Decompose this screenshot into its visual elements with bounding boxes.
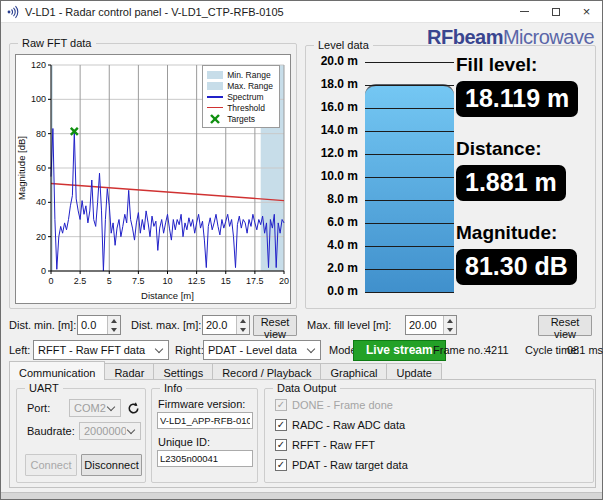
svg-text:0: 0 <box>48 276 53 286</box>
gauge-scale-line <box>365 292 454 293</box>
legend-label: Spectrum <box>227 92 263 102</box>
dist-max-spinner[interactable]: 20.0 <box>202 315 250 335</box>
unique-id-field[interactable] <box>157 450 253 467</box>
chevron-down-icon <box>155 344 163 352</box>
level-gauge: 20.0 m18.0 m16.0 m14.0 m12.0 m10.0 m8.0 … <box>312 52 460 302</box>
checkbox-pdat[interactable]: ✓PDAT - Raw target data <box>275 459 408 471</box>
legend-label: Threshold <box>227 103 265 113</box>
fft-chart[interactable]: 02040608010012002.557.51012.51517.520Dis… <box>15 54 291 304</box>
gauge-scale-label: 8.0 m <box>312 193 358 206</box>
fft-reset-view-button[interactable]: Reset view <box>253 315 297 336</box>
gauge-scale-label: 6.0 m <box>312 216 358 229</box>
level-readouts: Fill level: 18.119 m Distance: 1.881 m M… <box>456 48 592 285</box>
view-bar: Left: RFFT - Raw FFT data Right: PDAT - … <box>1 340 602 362</box>
level-data-panel: Level data 20.0 m18.0 m16.0 m14.0 m12.0 … <box>305 45 596 309</box>
legend-swatch <box>207 92 223 101</box>
data-output-group-title: Data Output <box>273 381 340 395</box>
checkbox-label: DONE - Frame done <box>292 399 393 411</box>
maximize-button[interactable] <box>540 1 571 22</box>
svg-text:Magnitude [dB]: Magnitude [dB] <box>16 136 27 200</box>
gauge-scale-line <box>365 85 454 86</box>
checkbox-radc[interactable]: ✓RADC - Raw ADC data <box>275 419 405 431</box>
gauge-scale-line <box>365 269 454 270</box>
svg-text:0: 0 <box>41 266 46 276</box>
bottom-strip <box>1 492 602 499</box>
firmware-version-label: Firmware version: <box>158 398 245 410</box>
checkbox-icon: ✓ <box>275 419 287 431</box>
gauge-scale-label: 14.0 m <box>312 124 358 137</box>
checkbox-label: PDAT - Raw target data <box>292 459 408 471</box>
svg-text:60: 60 <box>36 163 46 173</box>
gauge-scale-line <box>365 108 454 109</box>
tab-update[interactable]: Update <box>386 363 441 380</box>
checkbox-icon: ✓ <box>275 439 287 451</box>
frame-no-label: Frame no.: <box>433 340 486 361</box>
minimize-button[interactable] <box>509 1 540 22</box>
info-group: Info Firmware version: Unique ID: <box>151 388 258 483</box>
spin-up-icon[interactable] <box>237 316 249 325</box>
dist-min-spinner[interactable]: 0.0 <box>77 315 121 335</box>
tab-graphical[interactable]: Graphical <box>320 363 387 380</box>
spin-down-icon[interactable] <box>108 325 120 334</box>
level-data-panel-title: Level data <box>314 38 373 52</box>
tab-communication[interactable]: Communication <box>9 361 105 380</box>
gauge-scale-line <box>365 246 454 247</box>
refresh-ports-button[interactable] <box>124 399 142 417</box>
right-view-value: PDAT - Level data <box>204 344 306 356</box>
cycle-time-value: 081 ms <box>567 340 603 361</box>
checkbox-icon: ✓ <box>275 399 287 411</box>
tab-radar[interactable]: Radar <box>104 363 154 380</box>
maximize-icon <box>552 8 560 16</box>
svg-text:10: 10 <box>162 276 172 286</box>
dist-max-value: 20.0 <box>203 316 236 334</box>
raw-fft-panel-title: Raw FFT data <box>18 36 96 50</box>
checkbox-rfft[interactable]: ✓RFFT - Raw FFT <box>275 439 375 451</box>
refresh-icon <box>127 402 140 415</box>
close-icon: × <box>583 4 591 19</box>
gauge-scale-line <box>365 200 454 201</box>
gauge-scale-line <box>365 62 454 63</box>
gauge-scale-label: 20.0 m <box>312 55 358 68</box>
close-button[interactable]: × <box>571 1 602 22</box>
max-fill-value: 20.00 <box>406 316 443 334</box>
tab-settings[interactable]: Settings <box>153 363 213 380</box>
legend-swatch <box>207 70 223 79</box>
distance-value: 1.881 m <box>456 165 566 201</box>
gauge-scale-line <box>365 154 454 155</box>
left-view-value: RFFT - Raw FFT data <box>34 344 154 356</box>
raw-fft-panel: Raw FFT data 02040608010012002.557.51012… <box>9 43 297 309</box>
magnitude-value: 81.30 dB <box>456 249 577 285</box>
right-view-select[interactable]: PDAT - Level data <box>203 340 321 360</box>
gauge-scale-label: 10.0 m <box>312 170 358 183</box>
checkbox-icon: ✓ <box>275 459 287 471</box>
left-view-select[interactable]: RFFT - Raw FFT data <box>33 340 169 360</box>
spin-down-icon[interactable] <box>444 325 456 334</box>
chevron-down-icon <box>307 344 315 352</box>
level-reset-view-button[interactable]: Reset view <box>538 315 592 336</box>
max-fill-spinner[interactable]: 20.00 <box>405 315 457 335</box>
spin-up-icon[interactable] <box>108 316 120 325</box>
titlebar: V-LD1 - Radar control panel - V-LD1_CTP-… <box>1 1 602 23</box>
legend-label: Min. Range <box>227 70 270 80</box>
fill-level-label: Fill level: <box>456 54 592 76</box>
gauge-scale-label: 2.0 m <box>312 262 358 275</box>
legend-label: Max. Range <box>227 81 273 91</box>
svg-text:120: 120 <box>31 60 46 70</box>
spin-up-icon[interactable] <box>444 316 456 325</box>
firmware-version-field[interactable] <box>157 412 253 429</box>
legend-swatch <box>207 81 223 90</box>
legend-item-targets: Targets <box>207 113 273 124</box>
main-content: RFbeamMicrowave Raw FFT data 02040608010… <box>1 23 602 499</box>
svg-text:7.5: 7.5 <box>132 276 145 286</box>
gauge-scale-label: 0.0 m <box>312 285 358 298</box>
svg-text:40: 40 <box>36 197 46 207</box>
disconnect-button[interactable]: Disconnect <box>81 454 142 476</box>
legend-item-threshold: Threshold <box>207 102 273 113</box>
checkbox-label: RADC - Raw ADC data <box>292 419 405 431</box>
window-title: V-LD1 - Radar control panel - V-LD1_CTP-… <box>25 6 284 18</box>
tab-record-playback[interactable]: Record / Playback <box>212 363 321 380</box>
spin-down-icon[interactable] <box>237 325 249 334</box>
app-icon <box>6 5 20 19</box>
fill-level-value: 18.119 m <box>456 81 578 117</box>
minimize-icon <box>520 11 529 12</box>
